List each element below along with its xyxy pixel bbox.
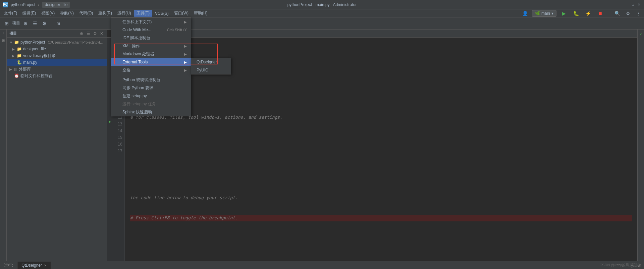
code-line-6 [130, 154, 632, 161]
menu-tasks[interactable]: 任务和上下文(T) ▶ [111, 18, 191, 26]
tree-item-temp[interactable]: ▶ ⏰ 临时文件和控制台 [7, 72, 107, 79]
coverage-button[interactable]: ⚡ [583, 9, 593, 17]
menu-xml-ops-label: XML 操作 [122, 43, 140, 49]
code-line-10 [130, 235, 632, 241]
menu-external-tools[interactable]: External Tools ▶ QtDseigner PyUIC [111, 58, 191, 66]
sidebar-settings-btn[interactable]: ⚙ [92, 31, 98, 36]
tree-label-temp: 临时文件和控制台 [20, 73, 53, 79]
project-name: pythonProject [11, 2, 35, 7]
tree-item-main[interactable]: ▶ 🐍 main.py [7, 59, 107, 66]
submenu-pyuic[interactable]: PyUIC [191, 66, 231, 74]
menu-edit[interactable]: 编辑(E) [20, 10, 39, 17]
bottom-tab-close[interactable]: ✕ [44, 264, 47, 267]
arrow-line-16 [107, 138, 113, 145]
menu-code-with-me-label: Code With Me... [122, 28, 151, 32]
tree-item-designer[interactable]: ▶ 📁 designer_file [7, 46, 107, 52]
menu-nav[interactable]: 导航(N) [57, 10, 76, 17]
menu-file[interactable]: 文件(F) [1, 10, 20, 17]
right-icon-1[interactable]: ✓ [638, 31, 644, 36]
code-line-7 [130, 174, 632, 181]
arrow-line-15 [107, 131, 113, 138]
user-icon[interactable]: 👤 [521, 9, 529, 17]
menu-markdown[interactable]: Markdown 处理器 ▶ [111, 50, 191, 58]
menu-tools[interactable]: 工具(T) [134, 10, 152, 17]
tasks-arrow: ▶ [184, 20, 187, 24]
right-gutter: ✓ [637, 30, 644, 261]
toolbar-sep1 [609, 10, 609, 17]
tab-file-label: m [57, 21, 60, 26]
maximize-button[interactable]: □ [631, 2, 635, 7]
ln-17: 17 [115, 148, 122, 154]
sidebar-actions: ⊕ ☰ ⚙ ✕ [79, 31, 104, 36]
ln-16: 16 [115, 141, 122, 148]
settings-icon[interactable]: ⚙ [624, 9, 632, 17]
menu-help[interactable]: 帮助(H) [191, 10, 210, 17]
submenu-qtdseigner[interactable]: QtDseigner [191, 58, 231, 66]
title-bar-controls: — □ ✕ [625, 2, 641, 7]
menu-create-setup-label: 创建 setup.py [122, 93, 147, 99]
ln-13: 13 [115, 121, 122, 127]
tree-arrow-venv: ▶ [12, 54, 15, 58]
bottom-panel: 运行: QtDseigner ✕ ⚙ ✕ ▶ ⏹ ↓ ↑ D:\python3.… [0, 261, 644, 269]
sidebar-hide-btn[interactable]: ✕ [99, 31, 104, 36]
xml-arrow: ▶ [184, 44, 187, 48]
menu-code-with-me[interactable]: Code With Me... Ctrl+Shift+Y [111, 26, 191, 34]
menu-vcs[interactable]: VCS(S) [152, 10, 171, 16]
code-line-2 [130, 74, 632, 80]
menu-refactor[interactable]: 重构(R) [96, 10, 115, 17]
menu-sync-reqs-label: 同步 Python 要求... [122, 85, 157, 91]
external-libs-bars: ||| [14, 67, 17, 71]
structure-icon[interactable]: ⋮ [1, 31, 6, 36]
tree-item-root[interactable]: ▼ 📁 pythonProject C:\Users\lizzy\Pycharm… [7, 39, 107, 46]
menu-ide-console[interactable]: IDE 脚本控制台 [111, 34, 191, 42]
external-tools-submenu: QtDseigner PyUIC [191, 58, 231, 74]
run-config-dropdown[interactable]: 🌿 main ▾ [532, 10, 556, 17]
tree-label-ext: 外部库 [19, 66, 31, 72]
temp-icon: ⏰ [14, 73, 19, 78]
tree-item-venv[interactable]: ▶ 📁 venv library根目录 [7, 52, 107, 59]
file-name: designer_file [42, 2, 70, 8]
add-icon[interactable]: ⊕ [21, 19, 30, 28]
menu-create-setup[interactable]: 创建 setup.py [111, 92, 191, 100]
code-line-8: the code line below to debug your script… [130, 195, 632, 201]
watermark: CSDN @lizzy的风,码进汝 [599, 263, 641, 268]
menu-python-console[interactable]: Python 或调试控制台 [111, 76, 191, 84]
ln-15: 15 [115, 134, 122, 141]
code-line-5 [130, 134, 632, 141]
bookmark-icon[interactable]: ⊞ [1, 38, 6, 43]
toggle-sidebar-icon[interactable]: ⊞ [3, 19, 11, 28]
tools-menu: 任务和上下文(T) ▶ Code With Me... Ctrl+Shift+Y… [111, 17, 191, 116]
toolbar: ⊞ 项目 ⊕ ☰ ⚙ m [0, 17, 644, 30]
menu-run[interactable]: 运行(U) [115, 10, 134, 17]
stop-button[interactable]: ⏹ [595, 9, 605, 17]
sidebar-list-btn[interactable]: ☰ [86, 31, 91, 36]
folder-icon-root: 📁 [14, 40, 19, 45]
gear-icon[interactable]: ⚙ [40, 19, 48, 28]
menu-code[interactable]: 代码(O) [76, 10, 96, 17]
bottom-tab-label-qt: QtDseigner [21, 263, 42, 268]
minimize-button[interactable]: — [625, 2, 629, 7]
tree-label-root: pythonProject [20, 40, 45, 45]
debug-button[interactable]: 🐛 [571, 9, 581, 17]
menu-spaces[interactable]: 空格 ▶ [111, 66, 191, 74]
menu-sphinx[interactable]: Sphinx 快速启动 [111, 108, 191, 116]
tree-label-venv: venv library根目录 [23, 53, 56, 59]
project-label: 项目 [12, 20, 20, 26]
menu-window[interactable]: 窗口(W) [171, 10, 191, 17]
main-layout: ⋮ ⊞ 项目 ⊕ ☰ ⚙ ✕ ▼ 📁 pythonProject C:\User… [0, 30, 644, 261]
menu-sync-reqs[interactable]: 同步 Python 要求... [111, 84, 191, 92]
sidebar-add-btn[interactable]: ⊕ [79, 31, 84, 36]
close-button[interactable]: ✕ [637, 2, 641, 7]
more-icon[interactable]: ⋮ [635, 9, 643, 17]
bottom-tab-qtdseigner[interactable]: QtDseigner ✕ [17, 262, 51, 269]
list-icon[interactable]: ☰ [31, 19, 39, 28]
project-tree: ▼ 📁 pythonProject C:\Users\lizzy\Pycharm… [7, 38, 107, 261]
search-everywhere-icon[interactable]: 🔍 [613, 9, 621, 17]
sep2 [51, 20, 51, 27]
menu-xml-ops[interactable]: XML 操作 ▶ [111, 42, 191, 50]
code-line-9: # Press Ctrl+F8 to toggle the breakpoint… [130, 215, 632, 221]
menu-view[interactable]: 视图(V) [39, 10, 57, 17]
run-button[interactable]: ▶ [559, 9, 569, 17]
tree-item-external-libs[interactable]: ▶ ||| 外部库 [7, 66, 107, 72]
sidebar-header: 项目 ⊕ ☰ ⚙ ✕ [7, 30, 107, 38]
